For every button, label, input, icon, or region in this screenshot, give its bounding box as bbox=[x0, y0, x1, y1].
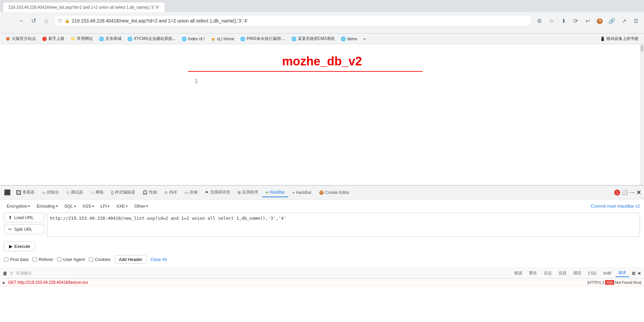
tab-hackbar-active[interactable]: ● HackBar bbox=[262, 188, 288, 197]
tab-storage[interactable]: ▭ 存储 bbox=[181, 187, 201, 197]
home-button[interactable]: ⌂ bbox=[41, 15, 52, 26]
tab-memory[interactable]: ⊙ 内存 bbox=[161, 187, 180, 197]
tab-hackbar2[interactable]: ● HackBar bbox=[289, 188, 315, 197]
hackbar-panel: Encryption ▾ Encoding ▾ SQL ▾ XSS ▾ LFI … bbox=[0, 200, 644, 268]
bookmark-label: demo bbox=[347, 37, 357, 41]
bookmark-xinshou[interactable]: 🔴 新手上路 bbox=[39, 35, 67, 43]
download-button[interactable]: ⬇ bbox=[558, 15, 569, 26]
filter-warning[interactable]: 警告 bbox=[526, 270, 540, 277]
forward-button[interactable]: → bbox=[15, 15, 26, 26]
filter-debug[interactable]: 调试 bbox=[571, 270, 584, 277]
tab-style-editor[interactable]: {} 样式编辑器 bbox=[108, 187, 139, 197]
style-icon: {} bbox=[111, 190, 114, 195]
responsive-icon[interactable]: ⬜ bbox=[622, 189, 628, 196]
tab-accessibility[interactable]: ⚑ 无障碍环境 bbox=[202, 187, 233, 197]
user-agent-label[interactable]: User Agent bbox=[57, 257, 85, 262]
commit-link[interactable]: Commit now! bbox=[591, 204, 616, 209]
add-header-button[interactable]: Add Header bbox=[115, 255, 147, 264]
bookmark-changyong[interactable]: 📁 常用网址 bbox=[68, 35, 96, 43]
tab-application[interactable]: ⊞ 应用程序 bbox=[234, 187, 262, 197]
console-close-icon[interactable]: ✕ bbox=[637, 271, 641, 276]
bookmark-jd[interactable]: 🌐 京东商城 bbox=[96, 35, 124, 43]
page-title: mozhe_db_v2 bbox=[188, 54, 456, 68]
post-data-checkbox[interactable] bbox=[4, 257, 8, 262]
tab-debugger[interactable]: ◇ 调试器 bbox=[63, 187, 86, 197]
tab-title: 219.153.49.228:40418/new_list.asp?id=2 a… bbox=[8, 5, 159, 10]
bookmark-cms[interactable]: 🌐 某某市政府CMS系统 bbox=[289, 35, 338, 43]
other-menu[interactable]: Other ▾ bbox=[131, 202, 151, 210]
bookmark-icon: 🦊 bbox=[5, 37, 10, 41]
page-divider bbox=[188, 71, 423, 72]
encryption-menu[interactable]: Encryption ▾ bbox=[4, 202, 33, 210]
clear-all-button[interactable]: Clear All bbox=[151, 257, 167, 262]
referer-checkbox[interactable] bbox=[33, 257, 37, 262]
browser-chrome: 219.153.49.228:40418/new_list.asp?id=2 a… bbox=[0, 0, 644, 34]
bookmark-label: 火狐官方站点 bbox=[12, 36, 36, 42]
bookmark-label: oj | Home bbox=[217, 37, 234, 41]
cookies-label[interactable]: Cookies bbox=[89, 257, 111, 262]
lfi-menu[interactable]: LFI ▾ bbox=[98, 202, 112, 210]
bookmark-demo[interactable]: 🌐 demo bbox=[338, 36, 360, 42]
scrollbar-thumb[interactable] bbox=[641, 45, 643, 52]
console-row-toggle[interactable]: ▶ bbox=[3, 281, 5, 284]
bookmark-ping[interactable]: 🌐 PING命令执行漏洞-... bbox=[237, 35, 288, 43]
referer-label[interactable]: Referer bbox=[33, 257, 53, 262]
filter-xhr[interactable]: XHR bbox=[600, 270, 614, 276]
page-number-area: 3 bbox=[188, 78, 456, 85]
tab-performance[interactable]: 🎧 性能 bbox=[139, 187, 160, 197]
tab-console[interactable]: ▭ 控制台 bbox=[39, 187, 62, 197]
tab-cookie-editor[interactable]: 🍪 Cookie Editor bbox=[316, 188, 353, 197]
split-url-button[interactable]: ✂ Split URL bbox=[4, 224, 44, 234]
memory-icon: ⊙ bbox=[164, 190, 168, 195]
sync-button[interactable]: ⟳ bbox=[570, 15, 581, 26]
filter-request[interactable]: 请求 bbox=[615, 269, 629, 277]
bookmark-mobile[interactable]: 📱 移动设备上的书签 bbox=[597, 35, 641, 43]
lfi-arrow: ▾ bbox=[108, 204, 109, 208]
url-textarea[interactable]: http://219.153.49.228:40418/new_list.asp… bbox=[47, 213, 640, 237]
extensions-button[interactable]: ⚙ bbox=[534, 15, 545, 26]
bookmark-indexof[interactable]: 🌐 Index of / bbox=[179, 36, 207, 42]
tab-network[interactable]: ↑↓ 网络 bbox=[87, 187, 107, 197]
toolbar-right: ⚙ ☆ ⬇ ⟳ ↩ 🍪 🔗 ↗ ☰ bbox=[534, 15, 641, 26]
encoding-menu[interactable]: Encoding ▾ bbox=[34, 202, 60, 210]
link-button[interactable]: 🔗 bbox=[606, 15, 617, 26]
other-label: Other bbox=[134, 204, 145, 209]
filter-info[interactable]: 信息 bbox=[556, 270, 569, 277]
user-agent-checkbox[interactable] bbox=[57, 257, 61, 262]
load-url-button[interactable]: ⬆ Load URL bbox=[4, 213, 44, 222]
close-devtools-icon[interactable]: ✕ bbox=[636, 189, 641, 196]
filter-error[interactable]: 错误 bbox=[512, 270, 525, 277]
console-settings-icon[interactable]: ⚙ bbox=[632, 271, 636, 276]
bookmark-oj[interactable]: 🍺 oj | Home bbox=[208, 36, 237, 42]
share-button[interactable]: ↗ bbox=[619, 15, 629, 26]
bookmark-icon: 📁 bbox=[70, 37, 75, 41]
post-data-label[interactable]: Post data bbox=[4, 257, 29, 262]
clear-console-icon[interactable]: 🗑 bbox=[3, 271, 7, 276]
split-url-icon: ✂ bbox=[8, 227, 12, 232]
back-button[interactable]: ← bbox=[3, 15, 13, 26]
nav-toolbar: ← → ↺ ⌂ 🛡 🔒 ⚙ ☆ ⬇ ⟳ ↩ 🍪 🔗 ↗ ☰ bbox=[0, 12, 644, 30]
reload-button[interactable]: ↺ bbox=[28, 15, 39, 26]
filter-css[interactable]: CSS bbox=[585, 270, 599, 276]
execute-button[interactable]: ▶ Execute bbox=[4, 241, 35, 251]
bookmark-xycms[interactable]: 🌐 XYCMS企业建站系统... bbox=[125, 35, 178, 43]
back2-button[interactable]: ↩ bbox=[582, 15, 593, 26]
filter-log[interactable]: 日志 bbox=[541, 270, 554, 277]
xxe-menu[interactable]: XXE ▾ bbox=[113, 202, 130, 210]
more-tools-icon[interactable]: ⋯ bbox=[630, 189, 635, 196]
cookies-checkbox[interactable] bbox=[89, 257, 93, 262]
star-button[interactable]: ☆ bbox=[546, 15, 557, 26]
browser-tab[interactable]: 219.153.49.228:40418/new_list.asp?id=2 a… bbox=[3, 2, 165, 12]
menu-button[interactable]: ☰ bbox=[631, 15, 641, 26]
bookmarks-bar: 🦊 火狐官方站点 🔴 新手上路 📁 常用网址 🌐 京东商城 🌐 XYCMS企业建… bbox=[0, 34, 644, 44]
address-input[interactable] bbox=[72, 18, 528, 23]
tab-viewer[interactable]: 🔲 查看器 bbox=[13, 187, 38, 197]
console-log-row: ▶ GET http://219.153.49.228:40418/favico… bbox=[0, 279, 644, 286]
page-scrollbar[interactable] bbox=[640, 44, 644, 185]
devtools-toggle[interactable]: ⬛ bbox=[3, 188, 12, 197]
xss-menu[interactable]: XSS ▾ bbox=[80, 202, 97, 210]
cookie-icon-btn[interactable]: 🍪 bbox=[594, 15, 605, 26]
bookmark-huohu[interactable]: 🦊 火狐官方站点 bbox=[3, 35, 39, 43]
sql-menu[interactable]: SQL ▾ bbox=[62, 202, 78, 210]
bookmark-more[interactable]: » bbox=[361, 36, 368, 42]
